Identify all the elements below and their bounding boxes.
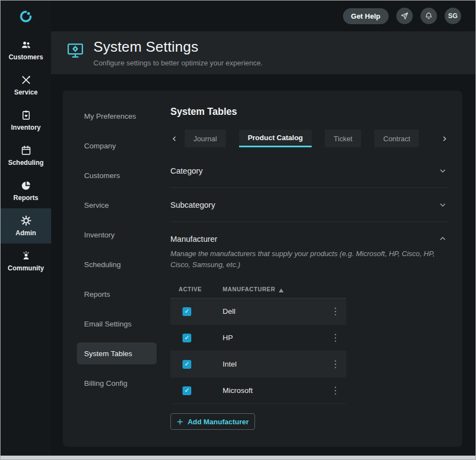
settings-nav-my-preferences[interactable]: My Preferences bbox=[77, 105, 157, 127]
tab-strip: Journal Product Catalog Ticket Contract bbox=[185, 130, 434, 147]
row-menu-kebab-icon[interactable]: ⋮ bbox=[324, 386, 346, 395]
active-cell: ✓ bbox=[170, 386, 223, 395]
active-cell: ✓ bbox=[170, 307, 223, 316]
active-cell: ✓ bbox=[170, 360, 223, 369]
section-subcategory-header[interactable]: Subcategory bbox=[170, 200, 447, 209]
chevron-right-icon bbox=[440, 135, 449, 143]
horizontal-scrollbar[interactable] bbox=[1, 456, 475, 459]
settings-nav-customers[interactable]: Customers bbox=[77, 164, 157, 186]
row-menu-kebab-icon[interactable]: ⋮ bbox=[324, 333, 346, 342]
column-header-manufacturer[interactable]: MANUFACTURER bbox=[223, 286, 284, 292]
table-row: ✓ Microsoft ⋮ bbox=[170, 378, 346, 404]
app-window: Customers Service Inventory Scheduling R bbox=[0, 0, 476, 460]
section-category-header[interactable]: Category bbox=[170, 166, 447, 175]
manufacturer-table: ACTIVE MANUFACTURER ✓ bbox=[170, 280, 346, 404]
table-header-row: ACTIVE MANUFACTURER bbox=[170, 280, 346, 298]
table-row: ✓ HP ⋮ bbox=[170, 325, 346, 351]
sidebar-item-label: Scheduling bbox=[8, 159, 44, 167]
sidebar-item-label: Admin bbox=[15, 229, 36, 237]
chevron-down-icon[interactable] bbox=[438, 166, 447, 175]
section-manufacturer: Manufacturer Manage the manufacturers th… bbox=[170, 222, 449, 442]
page-header: System Settings Configure settings to be… bbox=[51, 31, 475, 74]
gear-icon bbox=[20, 215, 32, 226]
user-avatar[interactable]: SG bbox=[445, 8, 461, 24]
column-header-label: MANUFACTURER bbox=[223, 286, 275, 292]
tabs-scroll-right-button[interactable] bbox=[440, 135, 449, 143]
section-title: Manufacturer bbox=[170, 235, 217, 243]
manufacturer-name: Microsoft bbox=[223, 386, 324, 395]
chevron-down-icon[interactable] bbox=[438, 200, 447, 209]
section-subcategory: Subcategory bbox=[170, 188, 449, 222]
settings-nav: My Preferences Company Customers Service… bbox=[77, 105, 157, 402]
tab-contract[interactable]: Contract bbox=[374, 130, 419, 147]
send-button[interactable] bbox=[396, 8, 413, 24]
plus-icon bbox=[176, 418, 184, 425]
tab-product-catalog[interactable]: Product Catalog bbox=[239, 130, 312, 147]
active-checkbox-checked[interactable]: ✓ bbox=[182, 386, 191, 395]
add-manufacturer-button[interactable]: Add Manufacturer bbox=[170, 413, 255, 430]
page-header-text: System Settings Configure settings to be… bbox=[93, 38, 263, 67]
settings-nav-email-settings[interactable]: Email Settings bbox=[77, 313, 157, 335]
settings-nav-billing-config[interactable]: Billing Config bbox=[77, 372, 157, 394]
active-checkbox-checked[interactable]: ✓ bbox=[182, 307, 191, 316]
settings-nav-scheduling[interactable]: Scheduling bbox=[77, 253, 157, 275]
sidebar-item-label: Inventory bbox=[11, 124, 41, 131]
manufacturer-name: Intel bbox=[223, 360, 324, 368]
sidebar-item-label: Reports bbox=[13, 194, 38, 202]
settings-nav-inventory[interactable]: Inventory bbox=[77, 224, 157, 246]
panel-title: System Tables bbox=[170, 106, 449, 118]
table-row: ✓ Dell ⋮ bbox=[170, 298, 346, 325]
tabs-scroll-left-button[interactable] bbox=[170, 135, 179, 143]
sidebar-item-label: Service bbox=[14, 88, 38, 96]
notifications-button[interactable] bbox=[420, 8, 437, 24]
active-checkbox-checked[interactable]: ✓ bbox=[182, 360, 191, 369]
sidebar-item-label: Customers bbox=[9, 53, 43, 61]
tab-ticket[interactable]: Ticket bbox=[325, 130, 361, 147]
settings-nav-reports[interactable]: Reports bbox=[77, 283, 157, 305]
table-row: ✓ Intel ⋮ bbox=[170, 351, 346, 378]
manufacturer-name: Dell bbox=[223, 307, 324, 315]
sort-ascending-icon bbox=[279, 287, 284, 291]
sidebar-item-inventory[interactable]: Inventory bbox=[1, 103, 51, 138]
settings-nav-company[interactable]: Company bbox=[77, 135, 157, 157]
paper-plane-icon bbox=[400, 12, 409, 20]
row-menu-kebab-icon[interactable]: ⋮ bbox=[324, 359, 346, 369]
manufacturer-name: HP bbox=[223, 334, 324, 342]
clipboard-icon bbox=[20, 109, 32, 121]
sidebar-item-scheduling[interactable]: Scheduling bbox=[1, 138, 51, 173]
sidebar-item-community[interactable]: Community bbox=[1, 243, 51, 279]
calendar-icon bbox=[20, 145, 32, 156]
page-title: System Settings bbox=[93, 38, 263, 56]
row-menu-kebab-icon[interactable]: ⋮ bbox=[324, 307, 346, 316]
settings-nav-service[interactable]: Service bbox=[77, 194, 157, 216]
get-help-button[interactable]: Get Help bbox=[343, 8, 389, 24]
settings-card: My Preferences Company Customers Service… bbox=[63, 91, 462, 447]
sidebar-item-customers[interactable]: Customers bbox=[1, 32, 51, 68]
section-description: Manage the manufacturers that supply you… bbox=[170, 248, 446, 270]
section-title: Category bbox=[170, 167, 203, 175]
sidebar-item-service[interactable]: Service bbox=[1, 68, 51, 103]
chevron-left-icon bbox=[170, 135, 179, 143]
settings-nav-system-tables[interactable]: System Tables bbox=[77, 342, 157, 364]
sidebar-item-admin[interactable]: Admin bbox=[1, 208, 51, 243]
brand-logo-icon bbox=[19, 9, 33, 24]
chevron-up-icon[interactable] bbox=[438, 234, 447, 243]
section-manufacturer-header[interactable]: Manufacturer bbox=[170, 234, 447, 243]
pie-chart-icon bbox=[20, 180, 32, 191]
bell-icon bbox=[424, 12, 433, 20]
section-title: Subcategory bbox=[170, 201, 215, 209]
table-tabs: Journal Product Catalog Ticket Contract bbox=[170, 130, 449, 147]
top-bar: Get Help SG bbox=[51, 1, 475, 31]
community-icon bbox=[20, 250, 32, 262]
sidebar-item-label: Community bbox=[8, 264, 44, 272]
active-checkbox-checked[interactable]: ✓ bbox=[182, 334, 191, 342]
tab-journal[interactable]: Journal bbox=[185, 130, 226, 147]
system-settings-icon bbox=[67, 42, 84, 59]
tools-icon bbox=[20, 74, 32, 86]
system-tables-panel: System Tables Journal Product Catalog Ti… bbox=[170, 106, 449, 442]
active-cell: ✓ bbox=[170, 334, 223, 342]
main-sidebar: Customers Service Inventory Scheduling R bbox=[1, 1, 51, 457]
table-body: ✓ Dell ⋮ ✓ HP ⋮ bbox=[170, 298, 346, 404]
sidebar-item-reports[interactable]: Reports bbox=[1, 173, 51, 208]
column-header-active: ACTIVE bbox=[170, 286, 223, 292]
